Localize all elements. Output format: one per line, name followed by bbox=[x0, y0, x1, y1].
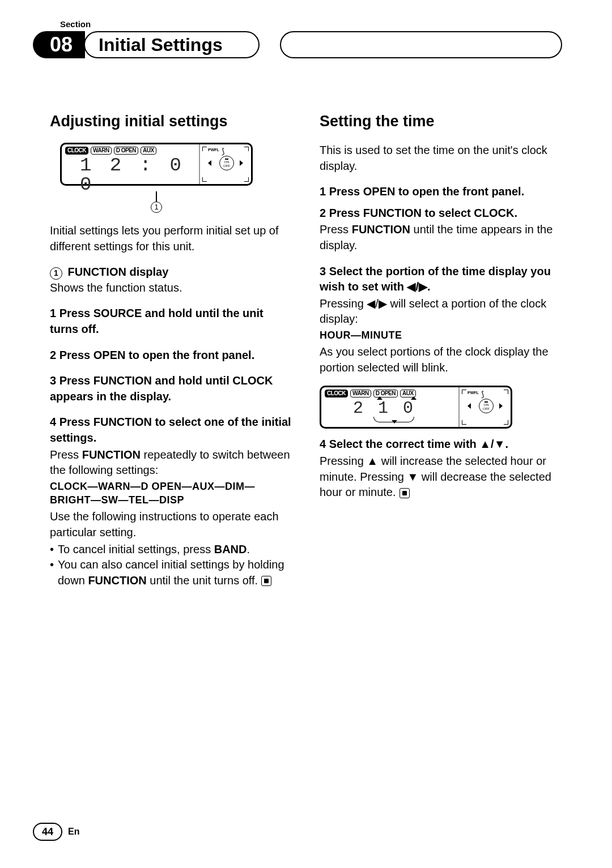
lcd-figure-1: CLOCK WARN D OPEN AUX 1 2 : 0 0 PWFL ⟆ bbox=[60, 143, 292, 186]
end-mark-icon bbox=[400, 488, 410, 498]
lcd-right-panel: PWFL ⟆ ON OFF bbox=[199, 144, 251, 184]
right-triangle-icon bbox=[240, 160, 243, 166]
on-off-icon: ON OFF bbox=[219, 156, 234, 170]
language-label: En bbox=[68, 827, 79, 837]
step-1: 1 Press SOURCE and hold until the unit t… bbox=[50, 306, 292, 337]
end-mark-icon bbox=[261, 576, 271, 586]
step-4-block: 4 Press FUNCTION to select one of the in… bbox=[50, 414, 292, 588]
header-spacer-pill bbox=[280, 31, 562, 58]
lcd-figure-2: CLOCK WARN D OPEN AUX 2 1 0 bbox=[320, 386, 562, 429]
r-step-2-block: 2 Press FUNCTION to select CLOCK. Press … bbox=[320, 206, 562, 254]
right-column: Setting the time This is used to set the… bbox=[320, 113, 562, 598]
chapter-header: 08 Initial Settings bbox=[50, 31, 562, 58]
chapter-title: Initial Settings bbox=[84, 31, 260, 58]
function-display-block: 1 FUNCTION display Shows the function st… bbox=[50, 264, 292, 296]
antenna-icon: ⟆ bbox=[222, 147, 224, 156]
intro-text: Initial settings lets you perform initia… bbox=[50, 223, 292, 254]
left-triangle-icon bbox=[208, 160, 211, 166]
antenna-icon: ⟆ bbox=[481, 390, 484, 399]
page-number: 44 bbox=[33, 823, 62, 841]
right-triangle-icon bbox=[499, 403, 503, 409]
lcd-time-2: 2 1 0 bbox=[325, 400, 455, 417]
step-3: 3 Press FUNCTION and hold until CLOCK ap… bbox=[50, 373, 292, 404]
notes-list: To cancel initial settings, press BAND. … bbox=[50, 542, 292, 589]
intro-text-right: This is used to set the time on the unit… bbox=[320, 143, 562, 174]
page-footer: 44 En bbox=[33, 823, 79, 841]
left-triangle-icon bbox=[468, 403, 471, 409]
up-select-icon bbox=[411, 396, 416, 400]
settings-sequence: CLOCK—WARN—D OPEN—AUX—DIM—BRIGHT—SW—TEL—… bbox=[50, 480, 292, 507]
lcd-time: 1 2 : 0 0 bbox=[65, 156, 196, 194]
callout-ref-1: 1 bbox=[50, 267, 62, 280]
page: Section 08 Initial Settings Adjusting in… bbox=[0, 0, 612, 868]
section-label: Section bbox=[60, 19, 562, 29]
chapter-number-pill: 08 bbox=[33, 31, 85, 58]
on-off-icon: ON OFF bbox=[479, 399, 494, 413]
lcd-tags: CLOCK WARN D OPEN AUX bbox=[65, 147, 196, 155]
heading-adjusting: Adjusting initial settings bbox=[50, 113, 292, 130]
step-2: 2 Press OPEN to open the front panel. bbox=[50, 348, 292, 364]
r-step-1: 1 Press OPEN to open the front panel. bbox=[320, 184, 562, 200]
r-step-3-block: 3 Select the portion of the time display… bbox=[320, 264, 562, 376]
down-select-icon bbox=[392, 420, 397, 424]
up-select-icon bbox=[377, 396, 382, 400]
heading-setting-time: Setting the time bbox=[320, 113, 562, 130]
hour-minute-seq: HOUR—MINUTE bbox=[320, 328, 562, 342]
r-step-4-block: 4 Select the correct time with ▲/▼. Pres… bbox=[320, 437, 562, 500]
left-column: Adjusting initial settings CLOCK WARN D … bbox=[50, 113, 292, 598]
